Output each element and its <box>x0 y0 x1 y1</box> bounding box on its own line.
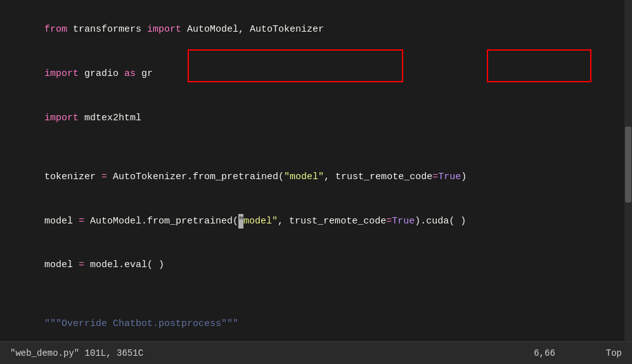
status-top: Top <box>606 348 622 358</box>
keyword-import-3: import <box>44 113 79 123</box>
code-line-7: model = model.eval( ) <box>10 243 622 287</box>
editor-container: from transformers import AutoModel, Auto… <box>0 0 632 364</box>
code-line-6: model = AutoModel.from_pretrained("model… <box>10 199 622 243</box>
code-line-8 <box>10 287 622 302</box>
code-line-9: """Override Chatbot.postprocess""" <box>10 302 622 341</box>
status-position: 6,66 <box>534 348 555 358</box>
status-bar: "web_demo.py" 101L, 3651C 6,66 Top <box>0 341 632 364</box>
code-line-1: from transformers import AutoModel, Auto… <box>10 8 622 52</box>
code-area[interactable]: from transformers import AutoModel, Auto… <box>0 0 632 341</box>
code-line-5: tokenizer = AutoTokenizer.from_pretraine… <box>10 155 622 199</box>
keyword-import: import <box>147 24 181 35</box>
code-line-2: import gradio as gr <box>10 52 622 96</box>
keyword-import-2: import <box>44 68 79 79</box>
cursor: " <box>238 214 243 229</box>
code-line-3: import mdtex2html <box>10 96 622 141</box>
scrollbar-thumb[interactable] <box>625 127 631 203</box>
status-filename: "web_demo.py" 101L, 3651C <box>10 348 534 358</box>
docstring: """Override Chatbot.postprocess""" <box>44 318 238 329</box>
keyword-from: from <box>44 24 67 35</box>
keyword-as: as <box>124 68 136 79</box>
scrollbar[interactable] <box>624 0 632 341</box>
code-line-4 <box>10 140 622 154</box>
